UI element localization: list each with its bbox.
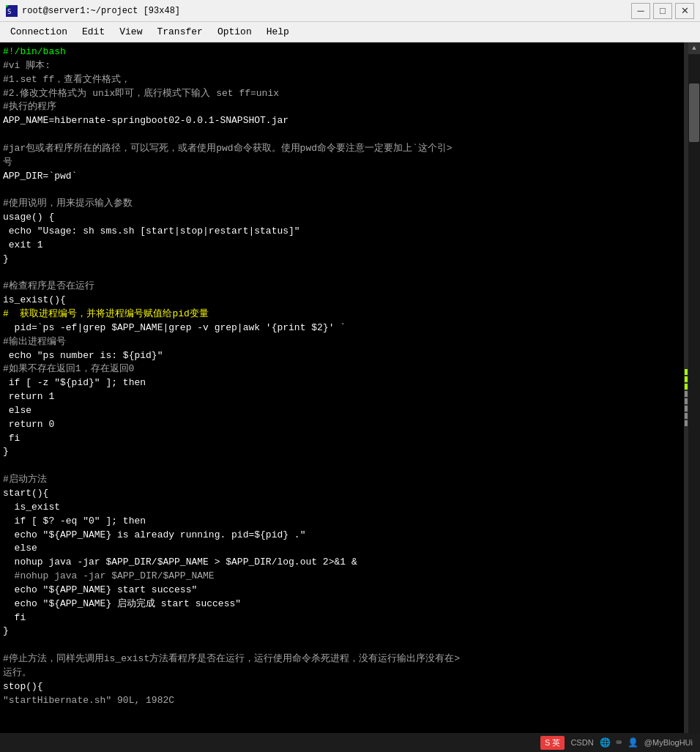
blog-label: @MyBlogHUi	[644, 738, 693, 747]
status-bar: S 英 CSDN 🌐 ⌨ 👤 @MyBlogHUi	[0, 733, 700, 752]
vim-bar-6	[685, 406, 688, 412]
user-icon: 👤	[628, 737, 638, 748]
menu-option[interactable]: Option	[210, 23, 259, 40]
vim-bar-4	[685, 391, 688, 397]
vim-bar-1	[685, 369, 688, 375]
keyboard-icon: ⌨	[617, 737, 622, 748]
menu-edit[interactable]: Edit	[75, 23, 112, 40]
terminal-content[interactable]: #!/bin/bash #vi 脚本: #1.set ff，查看文件格式， #2…	[0, 42, 684, 752]
menu-bar: Connection Edit View Transfer Option Hel…	[0, 22, 700, 42]
vim-bar-2	[685, 376, 688, 382]
vim-bar-5	[685, 398, 688, 404]
menu-connection[interactable]: Connection	[3, 23, 75, 40]
scrollbar-thumb[interactable]	[689, 83, 699, 142]
scrollbar[interactable]: ▲ ▼	[688, 42, 700, 752]
vim-bar-3	[685, 384, 688, 390]
vim-bar-7	[685, 413, 688, 419]
scroll-up-arrow[interactable]: ▲	[688, 42, 700, 54]
language-badge: S 英	[540, 736, 565, 750]
title-bar-left: S root@server1:~/project [93x48]	[6, 5, 180, 17]
lang-icon: S	[545, 738, 550, 747]
minimize-button[interactable]: ─	[631, 3, 650, 19]
menu-transfer[interactable]: Transfer	[149, 23, 209, 40]
menu-help[interactable]: Help	[259, 23, 297, 40]
menu-view[interactable]: View	[112, 23, 149, 40]
title-bar-controls: ─ □ ✕	[631, 3, 694, 19]
title-bar: S root@server1:~/project [93x48] ─ □ ✕	[0, 0, 700, 22]
csdn-label: CSDN	[570, 738, 593, 747]
svg-text:S: S	[7, 8, 11, 15]
maximize-button[interactable]: □	[653, 3, 672, 19]
terminal-icon: S	[6, 5, 18, 17]
lang-label: 英	[552, 737, 560, 748]
network-icon: 🌐	[600, 737, 611, 748]
vim-bar-8	[685, 420, 688, 426]
close-button[interactable]: ✕	[675, 3, 694, 19]
terminal-wrapper: #!/bin/bash #vi 脚本: #1.set ff，查看文件格式， #2…	[0, 42, 700, 752]
scrollbar-track[interactable]	[688, 54, 700, 740]
window-title: root@server1:~/project [93x48]	[22, 6, 180, 16]
